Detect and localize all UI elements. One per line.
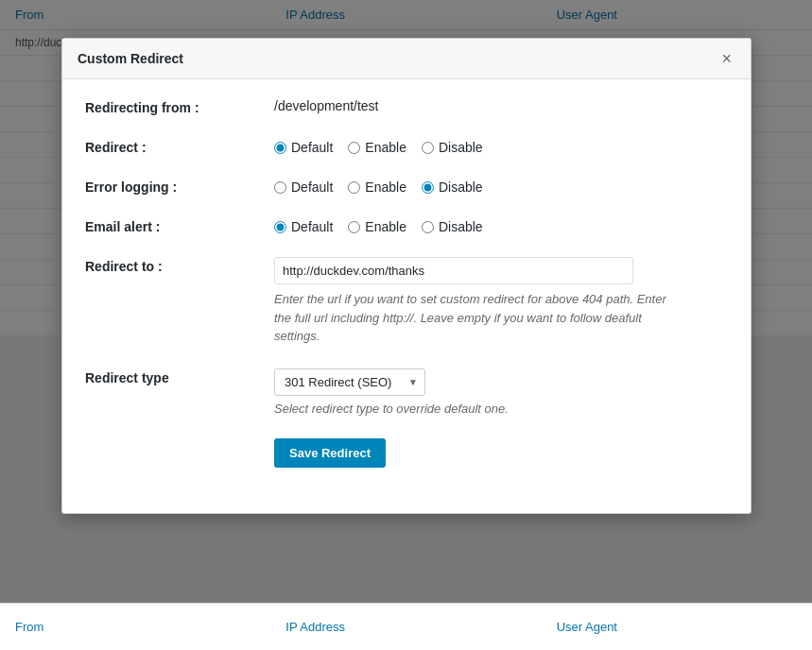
- redirect-enable-radio[interactable]: [348, 142, 360, 154]
- email-alert-enable-label: Enable: [365, 219, 406, 234]
- error-logging-label: Error logging :: [85, 178, 274, 195]
- redirect-disable-label: Disable: [439, 140, 483, 155]
- email-alert-enable-radio[interactable]: [348, 221, 360, 233]
- email-alert-default-label: Default: [291, 219, 333, 234]
- save-button-row: Save Redirect: [85, 438, 728, 468]
- error-logging-enable-label: Enable: [365, 180, 406, 195]
- email-alert-default-radio[interactable]: [274, 221, 286, 233]
- redirect-disable-radio[interactable]: [422, 142, 434, 154]
- redirecting-from-row: Redirecting from : /development/test: [85, 98, 728, 115]
- save-redirect-button[interactable]: Save Redirect: [274, 438, 386, 468]
- modal-body: Redirecting from : /development/test Red…: [62, 79, 751, 513]
- redirect-to-help-text: Enter the url if you want to set custom …: [274, 290, 671, 346]
- redirecting-from-value: /development/test: [274, 96, 379, 113]
- redirect-type-row: Redirect type 301 Redirect (SEO) 302 Red…: [85, 368, 728, 416]
- bottom-bar: From IP Address User Agent: [0, 603, 812, 650]
- redirect-type-label: Redirect type: [85, 368, 274, 385]
- redirect-enable-option[interactable]: Enable: [348, 140, 406, 155]
- redirect-row: Redirect : Default Enable Disable: [85, 138, 728, 155]
- redirect-to-row: Redirect to : Enter the url if you want …: [85, 257, 728, 346]
- bottom-col-ua: User Agent: [542, 620, 812, 634]
- modal-title: Custom Redirect: [78, 51, 183, 66]
- error-logging-control: Default Enable Disable: [274, 178, 728, 195]
- redirect-enable-label: Enable: [365, 140, 406, 155]
- redirect-default-label: Default: [291, 140, 333, 155]
- redirect-default-option[interactable]: Default: [274, 140, 333, 155]
- redirecting-from-control: /development/test: [274, 98, 728, 113]
- redirect-to-control: Enter the url if you want to set custom …: [274, 257, 728, 346]
- email-alert-enable-option[interactable]: Enable: [348, 219, 406, 234]
- redirect-type-help-text: Select redirect type to override default…: [274, 402, 728, 416]
- redirect-disable-option[interactable]: Disable: [422, 140, 483, 155]
- redirect-type-control: 301 Redirect (SEO) 302 Redirect 307 Redi…: [274, 368, 728, 416]
- error-logging-enable-radio[interactable]: [348, 181, 360, 194]
- email-alert-row: Email alert : Default Enable Disable: [85, 217, 728, 234]
- email-alert-disable-label: Disable: [439, 219, 483, 234]
- redirect-control: Default Enable Disable: [274, 138, 728, 155]
- custom-redirect-modal: Custom Redirect × Redirecting from : /de…: [61, 38, 752, 514]
- email-alert-disable-option[interactable]: Disable: [422, 219, 483, 234]
- error-logging-default-option[interactable]: Default: [274, 180, 333, 195]
- redirect-label: Redirect :: [85, 138, 274, 155]
- email-alert-label: Email alert :: [85, 217, 274, 234]
- error-logging-disable-option[interactable]: Disable: [422, 180, 483, 195]
- error-logging-disable-label: Disable: [439, 180, 483, 195]
- modal-header: Custom Redirect ×: [62, 39, 751, 79]
- redirect-type-select[interactable]: 301 Redirect (SEO) 302 Redirect 307 Redi…: [274, 368, 425, 396]
- error-logging-disable-radio[interactable]: [422, 181, 434, 194]
- email-alert-control: Default Enable Disable: [274, 217, 728, 234]
- email-alert-default-option[interactable]: Default: [274, 219, 333, 234]
- bottom-col-from: From: [0, 620, 270, 634]
- modal-close-button[interactable]: ×: [717, 50, 735, 67]
- error-logging-radio-group: Default Enable Disable: [274, 178, 728, 195]
- save-label-spacer: [85, 438, 274, 440]
- email-alert-disable-radio[interactable]: [422, 221, 434, 233]
- redirect-to-input[interactable]: [274, 257, 633, 284]
- error-logging-default-radio[interactable]: [274, 181, 286, 194]
- redirect-to-label: Redirect to :: [85, 257, 274, 274]
- redirecting-from-label: Redirecting from :: [85, 98, 274, 115]
- error-logging-default-label: Default: [291, 180, 333, 195]
- redirect-type-select-wrapper: 301 Redirect (SEO) 302 Redirect 307 Redi…: [274, 368, 425, 396]
- bottom-col-ip: IP Address: [270, 620, 541, 634]
- error-logging-row: Error logging : Default Enable Disable: [85, 178, 728, 195]
- email-alert-radio-group: Default Enable Disable: [274, 217, 728, 234]
- redirect-radio-group: Default Enable Disable: [274, 138, 728, 155]
- save-button-control: Save Redirect: [274, 438, 728, 468]
- redirect-default-radio[interactable]: [274, 142, 286, 154]
- error-logging-enable-option[interactable]: Enable: [348, 180, 406, 195]
